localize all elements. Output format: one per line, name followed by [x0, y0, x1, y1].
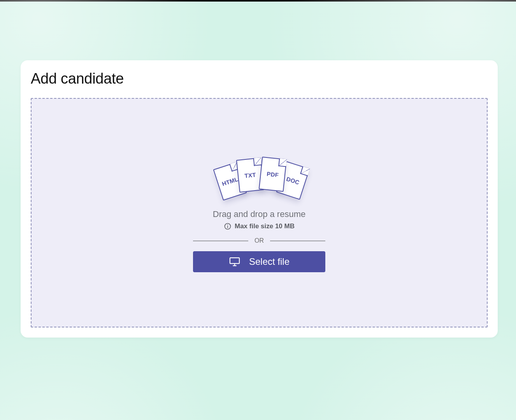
file-size-hint-text: Max file size 10 MB — [235, 222, 295, 230]
file-type-icon: PDF — [259, 157, 287, 192]
file-type-label: TXT — [244, 171, 256, 179]
card-title: Add candidate — [31, 70, 488, 87]
add-candidate-card: Add candidate HTML TXT PDF DOC Drag and … — [21, 60, 498, 338]
window-top-bar — [0, 0, 516, 2]
svg-point-2 — [227, 224, 228, 225]
info-icon — [224, 222, 232, 230]
select-file-button-label: Select file — [249, 256, 290, 267]
monitor-icon — [229, 257, 240, 267]
or-label: OR — [254, 237, 264, 244]
divider-line — [193, 241, 248, 241]
divider-line — [270, 241, 325, 241]
select-file-button[interactable]: Select file — [193, 251, 325, 272]
resume-dropzone[interactable]: HTML TXT PDF DOC Drag and drop a resume … — [31, 98, 488, 327]
drag-drop-label: Drag and drop a resume — [213, 209, 305, 219]
file-types-illustration: HTML TXT PDF DOC — [211, 153, 308, 204]
file-type-label: HTML — [221, 175, 239, 187]
svg-rect-3 — [230, 258, 239, 264]
or-divider: OR — [193, 237, 325, 244]
file-type-label: PDF — [267, 170, 279, 178]
file-size-hint: Max file size 10 MB — [224, 222, 295, 230]
file-type-label: DOC — [286, 175, 300, 186]
